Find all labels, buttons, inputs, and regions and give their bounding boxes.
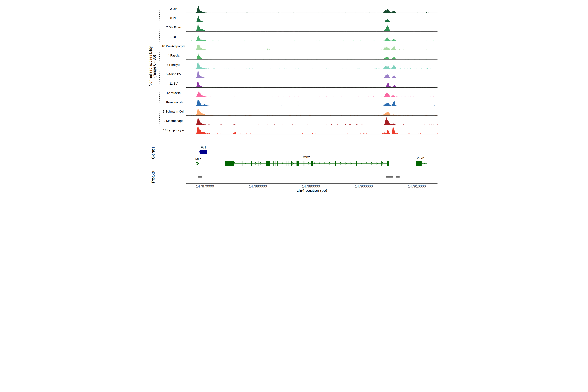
track-label: 12 Muscle: [166, 91, 181, 94]
track-label: 2 DP: [170, 7, 177, 10]
coverage-area: [186, 82, 438, 88]
track-label: 10 Pre-Adipocyte: [162, 44, 186, 48]
track-3-keratinocyte: 3 Keratinocyte: [164, 99, 438, 106]
gene-exon-tick: [258, 161, 258, 166]
gene-exon: [311, 161, 312, 166]
track-label: 4 Fascia: [168, 54, 180, 57]
called-peak-bar: [396, 176, 400, 178]
figure-container: Normalized accessibility(range 0 - 86)2 …: [147, 0, 441, 196]
gene-exon-tick: [296, 161, 296, 166]
track-label: 11 BV: [170, 82, 178, 85]
track-7-div-fibro: 7 Div Fibro: [166, 24, 438, 32]
gene-exon-tick: [304, 161, 304, 166]
gene-fv1: Fv1: [199, 146, 209, 154]
called-peak-bar: [386, 176, 393, 178]
x-axis-title: chr4 position (bp): [297, 188, 327, 192]
gene-exon: [416, 161, 422, 166]
gene-exon-tick: [251, 161, 252, 166]
gene-exon-tick: [287, 161, 288, 166]
gene-label: Mfn2: [303, 155, 310, 159]
gene-exon: [200, 150, 207, 154]
gene-exon-tick: [242, 161, 242, 166]
track-8-schwann-cell: 8 Schwann Cell: [163, 108, 438, 116]
called-peak-bar: [198, 176, 202, 178]
track-2-dp: 2 DP: [170, 6, 438, 13]
track-label: 7 Div Fibro: [166, 26, 181, 29]
gene-exon: [387, 161, 389, 166]
coverage-area: [186, 53, 438, 60]
coverage-area: [186, 70, 438, 78]
track-12-muscle: 12 Muscle: [166, 91, 438, 97]
x-axis-tick-label: 147870000: [196, 184, 214, 188]
gene-exon-tick: [356, 161, 357, 166]
gene-exon-tick: [382, 161, 382, 166]
section-label: Genes: [150, 146, 156, 159]
gene-miip: Miip: [195, 157, 202, 164]
track-5-adipo-bv: 5 Adipo BV: [166, 70, 438, 78]
gene-plod1: Plod1: [416, 156, 427, 166]
track-label: 5 Adipo BV: [166, 72, 181, 76]
gene-exon-tick: [335, 161, 336, 166]
coverage-area: [186, 108, 438, 116]
coverage-area: [186, 43, 438, 50]
x-axis-tick-label: 147880000: [249, 184, 267, 188]
track-9-macrophage: 9 Macrophage: [164, 117, 438, 125]
coverage-area: [186, 15, 438, 22]
gene-exon-tick: [277, 161, 278, 166]
track-label: 6 Pericyte: [166, 63, 180, 66]
strand-arrow-left-icon: [196, 162, 197, 164]
gene-exon-tick: [275, 161, 276, 166]
coverage-area: [186, 24, 438, 32]
coverage-area: [186, 35, 438, 41]
strand-arrow-right-icon: [199, 151, 200, 153]
coverage-area: [186, 6, 438, 13]
gene-exon-tick: [292, 161, 292, 166]
gene-exon-tick: [288, 161, 288, 166]
track-label: 3 Keratinocyte: [164, 100, 184, 104]
coverage-area: [186, 117, 438, 125]
track-label: 1 RF: [170, 35, 177, 38]
section-label: Peaks: [150, 171, 156, 183]
coverage-area: [186, 126, 438, 134]
x-axis-tick-label: 147900000: [355, 184, 373, 188]
track-label: 0 PF: [170, 16, 177, 20]
track-label: 9 Macrophage: [164, 119, 184, 122]
coverage-area: [186, 91, 438, 97]
y-axis-title-line1: Normalized accessibility: [148, 46, 152, 86]
gene-mfn2: Mfn2: [224, 155, 389, 166]
gene-label: Plod1: [416, 156, 425, 160]
track-4-fascia: 4 Fascia: [168, 53, 438, 60]
genome-browser-figure: Normalized accessibility(range 0 - 86)2 …: [147, 0, 441, 196]
coverage-area: [186, 62, 438, 69]
gene-exon: [266, 161, 270, 166]
gene-exon-tick: [298, 161, 299, 166]
gene-label: Fv1: [201, 146, 206, 149]
track-6-pericyte: 6 Pericyte: [166, 62, 438, 69]
gene-exon-tick: [297, 161, 298, 166]
track-label: 8 Schwann Cell: [163, 110, 184, 113]
y-axis-title-line2: (range 0 - 86): [152, 55, 156, 78]
track-0-pf: 0 PF: [170, 15, 438, 22]
gene-exon-tick: [273, 161, 274, 166]
track-10-pre-adipocyte: 10 Pre-Adipocyte: [162, 43, 438, 50]
x-axis-tick-label: 147890000: [302, 184, 320, 188]
x-axis-tick-label: 147910000: [408, 184, 426, 188]
gene-exon: [224, 161, 234, 166]
track-1-rf: 1 RF: [170, 35, 438, 41]
track-label: 13 Lymphocyte: [163, 128, 184, 132]
track-13-lymphocyte: 13 Lymphocyte: [163, 126, 438, 134]
gene-label: Miip: [195, 157, 202, 161]
coverage-area: [186, 99, 438, 106]
track-11-bv: 11 BV: [170, 82, 438, 88]
